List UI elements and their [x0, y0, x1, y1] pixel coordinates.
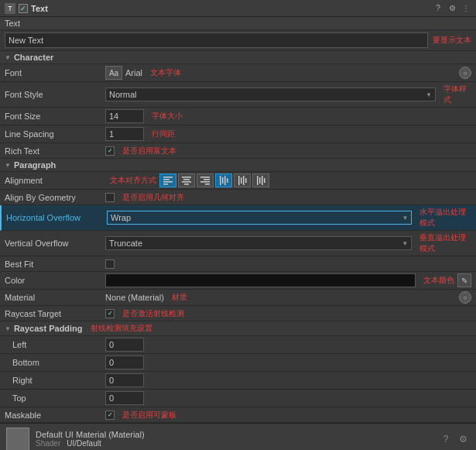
checkmark-icon: ✓	[20, 5, 26, 12]
raycast-target-panel: Raycast Target ✓ 是否激活射线检测	[0, 306, 476, 321]
material-info: Default UI Material (Material) Shader UI…	[36, 430, 433, 448]
character-header[interactable]: ▼ Character	[0, 51, 476, 64]
align-left-button[interactable]	[159, 173, 176, 187]
raycast-target-row: Raycast Target ✓ 是否激活射线检测	[0, 306, 476, 321]
maskable-panel: Maskable ✓ 是否启用可蒙板	[0, 407, 476, 423]
title-bar-actions: ? ⚙ ⋮	[433, 3, 471, 14]
raycast-target-checkmark: ✓	[108, 310, 113, 317]
bottom-bar: Default UI Material (Material) Shader UI…	[0, 423, 476, 450]
settings-button[interactable]: ⚙	[447, 3, 457, 14]
material-picker-button[interactable]: ○	[459, 291, 471, 304]
material-name: Default UI Material (Material)	[36, 430, 433, 439]
vertical-overflow-value: Truncate ▼ 垂直溢出处理模式	[105, 232, 471, 254]
horizontal-overflow-dropdown[interactable]: Wrap ▼	[107, 211, 412, 225]
horizontal-overflow-row: Horizontal Overflow Wrap ▼ 水平溢出处理模式	[0, 205, 476, 231]
svg-rect-9	[204, 179, 210, 180]
font-style-row: Font Style Normal ▼ 字体样式	[0, 82, 476, 108]
font-field: Aa Arial 文本字体	[105, 66, 456, 80]
material-annotation: 材质	[172, 292, 187, 303]
svg-rect-23	[264, 178, 265, 183]
font-size-input[interactable]	[105, 109, 144, 123]
svg-rect-7	[184, 184, 189, 185]
svg-rect-8	[200, 177, 210, 178]
maskable-label: Maskable	[5, 410, 105, 420]
font-picker-button[interactable]: ○	[459, 67, 471, 79]
maskable-value: ✓ 是否启用可蒙板	[105, 410, 471, 421]
svg-rect-3	[163, 184, 168, 185]
raycast-padding-header[interactable]: ▼ Raycast Padding 射线检测填充设置	[0, 321, 476, 336]
font-style-current: Normal	[109, 90, 136, 99]
raycast-target-value: ✓ 是否激活射线检测	[105, 308, 471, 319]
line-spacing-value: 行间距	[105, 127, 471, 141]
color-swatch[interactable]	[105, 273, 416, 287]
font-style-value: Normal ▼ 字体样式	[105, 84, 471, 105]
font-annotation: 文本字体	[150, 67, 181, 78]
raycast-padding-label: Raycast Padding	[14, 324, 83, 333]
maskable-checkbox[interactable]: ✓	[105, 410, 115, 420]
align-geometry-annotation: 是否启用几何对齐	[122, 192, 184, 203]
bottom-help-button[interactable]: ?	[439, 432, 453, 446]
text-input-row: 要显示文本	[0, 30, 476, 51]
font-style-dropdown[interactable]: Normal ▼	[105, 88, 436, 101]
horizontal-overflow-value: Wrap ▼ 水平溢出处理模式	[107, 207, 471, 228]
svg-rect-5	[183, 179, 190, 180]
line-spacing-input[interactable]	[105, 127, 144, 141]
color-row: Color 文本颜色 ✎	[0, 272, 476, 290]
padding-left-input[interactable]	[105, 338, 144, 352]
raycast-target-checkbox[interactable]: ✓	[105, 309, 115, 318]
best-fit-label: Best Fit	[5, 259, 105, 269]
component-enable-checkbox[interactable]: ✓	[19, 4, 28, 13]
maskable-row: Maskable ✓ 是否启用可蒙板	[0, 407, 476, 423]
font-type-icon: Aa	[105, 66, 122, 80]
svg-rect-15	[227, 178, 228, 183]
help-button[interactable]: ?	[433, 3, 443, 14]
align-geometry-checkbox[interactable]	[105, 193, 115, 202]
rich-text-value: ✓ 是否启用富文本	[105, 146, 471, 156]
vertical-overflow-dropdown[interactable]: Truncate ▼	[105, 236, 412, 250]
color-label: Color	[5, 276, 105, 285]
align-right-button[interactable]	[197, 173, 214, 187]
horizontal-overflow-arrow: ▼	[402, 215, 408, 222]
padding-top-input[interactable]	[105, 391, 144, 405]
best-fit-row: Best Fit	[0, 256, 476, 272]
rich-text-row: Rich Text ✓ 是否启用富文本	[0, 143, 476, 159]
svg-rect-20	[257, 176, 259, 185]
rich-text-checkbox[interactable]: ✓	[105, 146, 115, 156]
font-style-annotation: 字体样式	[443, 84, 471, 105]
align-geometry-label: Align By Geometry	[5, 193, 105, 202]
best-fit-value	[105, 259, 471, 269]
paragraph-label: Paragraph	[14, 160, 56, 170]
line-spacing-annotation: 行间距	[152, 129, 175, 139]
font-size-row: Font Size 字体大小	[0, 108, 476, 125]
bottom-settings-button[interactable]: ⚙	[456, 432, 470, 446]
best-fit-checkbox[interactable]	[105, 259, 115, 269]
alignment-label: Alignment	[5, 176, 105, 185]
material-thumbnail	[6, 428, 29, 451]
align-bottom-button[interactable]	[252, 173, 269, 187]
align-top-button[interactable]	[215, 173, 232, 187]
horizontal-overflow-current: Wrap	[111, 213, 131, 222]
font-size-value: 字体大小	[105, 109, 471, 123]
align-middle-button[interactable]	[234, 173, 251, 187]
color-picker-button[interactable]: ✎	[457, 273, 471, 287]
horizontal-overflow-annotation: 水平溢出处理模式	[419, 207, 471, 228]
paragraph-header[interactable]: ▼ Paragraph	[0, 159, 476, 172]
overflow-button[interactable]: ⋮	[461, 3, 471, 14]
align-geometry-value: 是否启用几何对齐	[105, 192, 471, 203]
svg-rect-22	[262, 176, 263, 185]
svg-rect-17	[241, 177, 242, 184]
padding-right-input[interactable]	[105, 373, 144, 387]
maskable-annotation: 是否启用可蒙板	[122, 410, 176, 421]
material-value: None (Material) 材质 ○	[105, 291, 471, 304]
svg-rect-21	[259, 177, 261, 184]
bottom-bar-icons: ? ⚙	[439, 432, 470, 446]
svg-rect-14	[224, 176, 226, 185]
svg-rect-16	[238, 176, 240, 185]
raycast-target-annotation: 是否激活射线检测	[122, 308, 184, 319]
padding-bottom-input[interactable]	[105, 356, 144, 369]
svg-rect-10	[200, 181, 210, 183]
text-input[interactable]	[5, 33, 428, 48]
align-center-button[interactable]	[178, 173, 195, 187]
maskable-checkmark: ✓	[108, 411, 113, 418]
font-label: Font	[5, 68, 105, 77]
